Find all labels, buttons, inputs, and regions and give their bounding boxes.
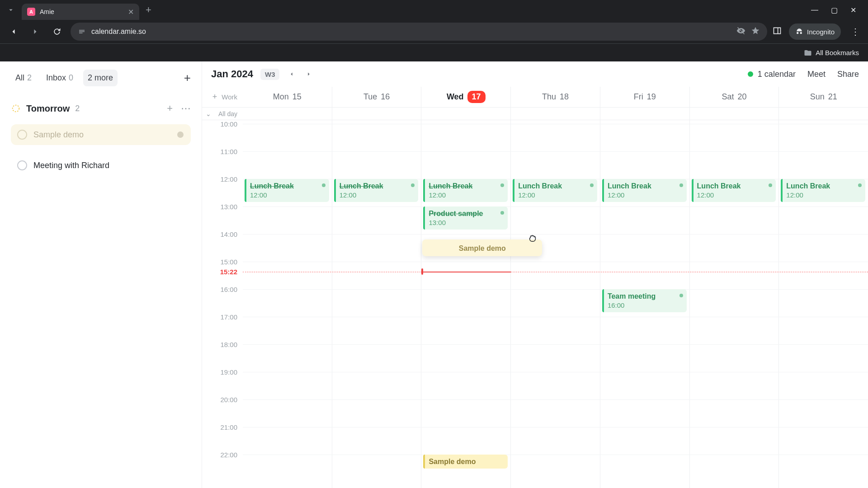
todo-item[interactable]: Meeting with Richard (11, 155, 191, 176)
event-title: Lunch Break (608, 182, 651, 190)
incognito-indicator[interactable]: Incognito (789, 23, 841, 40)
day-header[interactable]: Wed 17 (421, 87, 510, 107)
browser-tab[interactable]: A Amie ✕ (22, 4, 139, 20)
hour-gridline (243, 455, 868, 455)
calendar-event[interactable]: Lunch Break 12:00 (423, 179, 508, 202)
hour-label: 13:00 (220, 203, 237, 211)
hour-gridline (243, 124, 868, 124)
day-header[interactable]: Sun 21 (778, 87, 868, 107)
maximize-icon[interactable]: ▢ (831, 6, 838, 14)
day-header-row: + Work Mon 15Tue 16Wed 17Thu 18Fri 19Sat… (202, 87, 868, 108)
section-add-icon[interactable]: + (167, 103, 173, 114)
day-header[interactable]: Thu 18 (510, 87, 600, 107)
hour-gridline (243, 206, 868, 207)
filter-all[interactable]: All 2 (11, 70, 36, 86)
toolbar-right: Incognito ⋮ (773, 23, 863, 40)
allday-cell[interactable] (689, 108, 779, 120)
site-settings-icon[interactable] (78, 28, 86, 36)
next-week-button[interactable] (304, 69, 314, 79)
tab-search-dropdown[interactable] (4, 3, 18, 17)
allday-cell[interactable] (421, 108, 510, 120)
todo-checkbox[interactable] (17, 160, 27, 170)
share-button[interactable]: Share (837, 70, 859, 79)
sidebar-add-button[interactable]: + (184, 71, 191, 85)
allday-cell[interactable] (332, 108, 421, 120)
meet-button[interactable]: Meet (807, 70, 826, 79)
filter-inbox[interactable]: Inbox 0 (42, 70, 78, 86)
sidebar: All 2 Inbox 0 2 more + Tomorrow 2 + (0, 61, 202, 488)
calendar-event[interactable]: Lunch Break 12:00 (334, 179, 419, 202)
filter-more[interactable]: 2 more (83, 70, 118, 86)
event-color-bar (692, 179, 693, 202)
day-of-week: Sat (722, 92, 734, 102)
event-title: Lunch Break (697, 182, 741, 190)
event-color-bar (602, 289, 604, 312)
day-column[interactable]: Lunch Break 12:00 (778, 120, 868, 488)
day-column[interactable]: Lunch Break 12:00 (332, 120, 421, 488)
prev-week-button[interactable] (287, 69, 297, 79)
todo-checkbox[interactable] (17, 130, 27, 140)
event-title: Sample demo (459, 244, 506, 252)
day-header[interactable]: Tue 16 (332, 87, 421, 107)
todo-label: Sample demo (33, 130, 84, 140)
allday-cell[interactable] (510, 108, 600, 120)
work-add-icon[interactable]: + (212, 92, 217, 102)
tracking-icon[interactable] (736, 26, 745, 37)
event-color-bar (602, 179, 604, 202)
calendar-event[interactable]: Lunch Break 12:00 (692, 179, 776, 202)
hour-gridline (243, 317, 868, 317)
calendar-event[interactable]: Sample demo (423, 455, 508, 469)
browser-menu-icon[interactable]: ⋮ (848, 26, 863, 37)
hour-label: 20:00 (220, 396, 237, 404)
day-header[interactable]: Fri 19 (600, 87, 689, 107)
day-header[interactable]: Mon 15 (243, 87, 332, 107)
day-column[interactable]: Lunch Break 12:00 (243, 120, 332, 488)
todo-item[interactable]: Sample demo (11, 124, 191, 145)
day-column[interactable]: Lunch Break 12:00 Product sample 13:00 S… (421, 120, 510, 488)
day-column[interactable]: Lunch Break 12:00 (689, 120, 779, 488)
allday-cell[interactable] (243, 108, 332, 120)
calendar-event[interactable]: Product sample 13:00 (423, 206, 508, 230)
event-time: 12:00 (340, 191, 414, 199)
allday-gutter[interactable]: ⌄ All day (202, 108, 243, 120)
address-bar: calendar.amie.so Incognito ⋮ (0, 20, 868, 43)
url-text: calendar.amie.so (91, 28, 731, 36)
section-more-icon[interactable]: ⋯ (181, 103, 191, 114)
event-status-dot-icon (500, 211, 504, 215)
hour-label: 12:00 (220, 175, 237, 183)
allday-cell[interactable] (600, 108, 689, 120)
calendar-event[interactable]: Team meeting 16:00 (602, 289, 687, 312)
reload-button[interactable] (49, 23, 65, 40)
allday-collapse-icon[interactable]: ⌄ (206, 110, 211, 117)
minimize-icon[interactable]: — (811, 6, 818, 14)
work-label: Work (222, 93, 237, 101)
day-column[interactable]: Lunch Break 12:00 (510, 120, 600, 488)
event-drag-ghost[interactable]: Sample demo (422, 239, 542, 256)
hour-label: 15:00 (220, 258, 237, 266)
tab-close-icon[interactable]: ✕ (128, 8, 134, 16)
all-bookmarks-button[interactable]: All Bookmarks (804, 49, 859, 57)
new-tab-button[interactable]: + (143, 4, 154, 16)
day-of-week: Sun (810, 92, 825, 102)
calendar-event[interactable]: Lunch Break 12:00 (513, 179, 597, 202)
calendar-event[interactable]: Lunch Break 12:00 (602, 179, 687, 202)
allday-cell[interactable] (778, 108, 868, 120)
calendar-event[interactable]: Lunch Break 12:00 (245, 179, 329, 202)
event-color-bar (781, 179, 783, 202)
day-number: 21 (828, 92, 837, 102)
omnibox[interactable]: calendar.amie.so (71, 23, 767, 41)
now-time-label: 15:22 (220, 268, 237, 276)
day-header[interactable]: Sat 20 (689, 87, 779, 107)
bookmark-star-icon[interactable] (751, 26, 760, 37)
back-button[interactable] (5, 23, 22, 40)
forward-button[interactable] (27, 23, 43, 40)
hour-label: 18:00 (220, 341, 237, 348)
close-window-icon[interactable]: ✕ (850, 6, 856, 14)
now-line-solid (421, 272, 511, 272)
day-column[interactable]: Lunch Break 12:00 Team meeting 16:00 (600, 120, 689, 488)
calendar-event[interactable]: Lunch Break 12:00 (781, 179, 865, 202)
svg-point-0 (13, 105, 19, 112)
calendar-grid[interactable]: 10:0011:0012:0013:0014:0015:0016:0017:00… (202, 120, 868, 488)
calendar-count-indicator[interactable]: 1 calendar (748, 70, 796, 79)
side-panel-icon[interactable] (773, 26, 782, 37)
